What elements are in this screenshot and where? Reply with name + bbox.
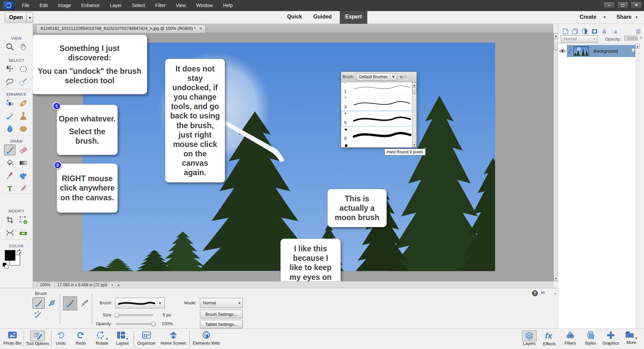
blend-mode-dropdown[interactable]: Normal▼ bbox=[561, 35, 598, 43]
menu-help[interactable]: Help bbox=[219, 0, 237, 11]
lasso-tool[interactable] bbox=[4, 76, 15, 87]
options-collapse-icon[interactable]: ⌄ bbox=[553, 290, 557, 295]
options-flyout-icon[interactable]: ▾≡ bbox=[541, 290, 545, 295]
taskbar-photo-bin[interactable]: Photo Bin bbox=[3, 331, 22, 346]
brush-list-scrollbar[interactable]: ▲ ≡ ▼ bbox=[412, 82, 417, 147]
taskbar-styles[interactable]: Styles bbox=[582, 331, 598, 346]
tab-expert[interactable]: Expert bbox=[340, 11, 367, 24]
pencil-tool[interactable] bbox=[17, 183, 29, 194]
brush-preset-panel[interactable]: Brush: Default Brushes▼ ▾≡ ⠿ 1 3 bbox=[341, 71, 417, 148]
brush-variant-selected[interactable] bbox=[63, 296, 77, 310]
menu-select[interactable]: Select bbox=[127, 0, 149, 11]
help-icon[interactable]: ? bbox=[532, 290, 538, 296]
more-dropdown-arrow[interactable]: ▼ bbox=[635, 337, 638, 340]
open-dropdown-arrow[interactable]: ▾ bbox=[26, 12, 33, 22]
menu-enhance[interactable]: Enhance bbox=[77, 0, 104, 11]
brush-row-partial[interactable] bbox=[341, 142, 417, 147]
panel-flyout-icon[interactable]: ▾≡ bbox=[400, 75, 403, 79]
quick-selection-tool[interactable] bbox=[17, 76, 29, 87]
brush-scroll-down[interactable]: ▼ bbox=[412, 143, 416, 147]
minimize-button[interactable]: – bbox=[603, 2, 615, 9]
open-button[interactable]: Open bbox=[5, 12, 27, 22]
adjustment-layer-icon[interactable] bbox=[582, 28, 588, 35]
layout-dropdown-arrow[interactable]: ▼ bbox=[126, 337, 129, 341]
share-button[interactable]: Share bbox=[616, 14, 631, 20]
tab-guided[interactable]: Guided bbox=[308, 11, 337, 22]
menu-layer[interactable]: Layer bbox=[106, 0, 126, 11]
taskbar-home-screen[interactable]: Home Screen bbox=[159, 331, 188, 346]
menu-file[interactable]: File bbox=[17, 0, 34, 11]
create-dropdown-arrow[interactable]: ▼ bbox=[603, 15, 606, 19]
brush-tool-option[interactable] bbox=[33, 297, 45, 309]
taskbar-effects[interactable]: fx Effects bbox=[541, 331, 558, 346]
zoom-level[interactable]: 100% bbox=[37, 282, 53, 288]
impressionist-brush-option[interactable] bbox=[46, 297, 58, 308]
delete-layer-icon[interactable] bbox=[635, 28, 641, 35]
airbrush-option[interactable] bbox=[79, 298, 91, 308]
menu-view[interactable]: View bbox=[171, 0, 190, 11]
lock-transparent-icon[interactable] bbox=[611, 28, 617, 35]
eyedropper-tool[interactable] bbox=[4, 170, 15, 181]
layer-visibility-eye-icon[interactable] bbox=[559, 49, 566, 53]
red-eye-removal-tool[interactable] bbox=[4, 98, 15, 108]
taskbar-elements-web[interactable]: Elements Web bbox=[192, 331, 221, 346]
menu-image[interactable]: Image bbox=[54, 0, 75, 11]
recompose-tool[interactable] bbox=[17, 214, 29, 225]
sponge-tool[interactable] bbox=[17, 123, 29, 134]
new-layer-icon[interactable] bbox=[562, 28, 569, 35]
foreground-color-swatch[interactable] bbox=[5, 250, 15, 261]
restore-button[interactable] bbox=[617, 2, 629, 9]
brush-row-9[interactable]: 9 bbox=[341, 127, 417, 142]
share-dropdown-arrow[interactable]: ▼ bbox=[635, 15, 638, 19]
spot-healing-tool[interactable] bbox=[17, 98, 29, 108]
brush-scroll-up[interactable]: ▲ bbox=[412, 83, 416, 87]
size-slider-knob[interactable] bbox=[114, 313, 119, 318]
tab-quick[interactable]: Quick bbox=[282, 11, 307, 22]
create-button[interactable]: Create bbox=[580, 14, 596, 20]
content-aware-move-tool[interactable] bbox=[4, 227, 15, 238]
hand-tool[interactable] bbox=[17, 41, 29, 52]
taskbar-more[interactable]: ▼ More bbox=[623, 331, 639, 345]
brush-list[interactable]: 1 3 5 9 bbox=[341, 82, 417, 147]
canvas-area[interactable]: Something I just discovered: You can "un… bbox=[33, 33, 553, 281]
mode-dropdown[interactable]: Normal▼ bbox=[200, 298, 243, 308]
taskbar-filters[interactable]: Filters bbox=[561, 331, 579, 346]
rotate-dropdown-arrow[interactable]: ▼ bbox=[106, 337, 109, 341]
taskbar-graphics[interactable]: Graphics bbox=[600, 331, 621, 346]
layer-link-icon[interactable] bbox=[568, 48, 572, 54]
eraser-tool[interactable] bbox=[17, 145, 29, 155]
marquee-tool[interactable] bbox=[17, 63, 29, 74]
gradient-tool[interactable] bbox=[17, 157, 29, 168]
taskbar-organizer[interactable]: Organizer bbox=[136, 331, 158, 346]
lock-all-icon[interactable] bbox=[601, 28, 607, 35]
panel-drag-grip[interactable]: ⠿ bbox=[405, 76, 407, 78]
brush-panel-header[interactable]: Brush: Default Brushes▼ ▾≡ ⠿ bbox=[341, 72, 417, 82]
taskbar-rotate[interactable]: ▼ Rotate bbox=[93, 331, 111, 346]
brush-stroke-preview-dropdown[interactable]: ▼ bbox=[115, 298, 165, 308]
layer-thumbnail[interactable] bbox=[574, 46, 589, 56]
zoom-tool[interactable] bbox=[4, 41, 15, 52]
opacity-dropdown-arrow[interactable]: ▼ bbox=[639, 36, 642, 40]
smart-brush-tool[interactable] bbox=[4, 110, 15, 121]
brush-row-5-selected[interactable]: 5 bbox=[341, 111, 417, 127]
status-expand-icon[interactable]: › bbox=[111, 283, 113, 287]
taskbar-tool-options[interactable]: Tool Options bbox=[25, 331, 50, 346]
status-collapse-icon[interactable]: ◂ bbox=[117, 283, 119, 287]
paint-bucket-tool[interactable] bbox=[4, 157, 15, 168]
tablet-settings-button[interactable]: Tablet Settings... bbox=[200, 320, 243, 329]
taskbar-layout[interactable]: ▼ Layout bbox=[114, 331, 131, 346]
blur-tool[interactable] bbox=[4, 123, 15, 134]
type-tool[interactable]: T bbox=[4, 183, 15, 194]
size-slider[interactable] bbox=[116, 314, 153, 316]
layers-scroll-up[interactable]: ▲ bbox=[635, 44, 640, 49]
move-tool[interactable] bbox=[4, 63, 15, 74]
crop-tool[interactable] bbox=[4, 214, 15, 225]
brush-row-1[interactable]: 1 bbox=[341, 82, 417, 95]
brush-preset-dropdown[interactable]: Default Brushes▼ bbox=[356, 73, 397, 81]
shape-tool[interactable] bbox=[17, 170, 29, 181]
layer-opacity-value[interactable]: 100% bbox=[624, 36, 638, 42]
opacity-slider-knob[interactable] bbox=[151, 321, 156, 327]
brush-row-3[interactable]: 3 bbox=[341, 95, 417, 111]
swap-colors-icon[interactable] bbox=[16, 249, 23, 255]
clone-stamp-tool[interactable] bbox=[17, 110, 29, 121]
